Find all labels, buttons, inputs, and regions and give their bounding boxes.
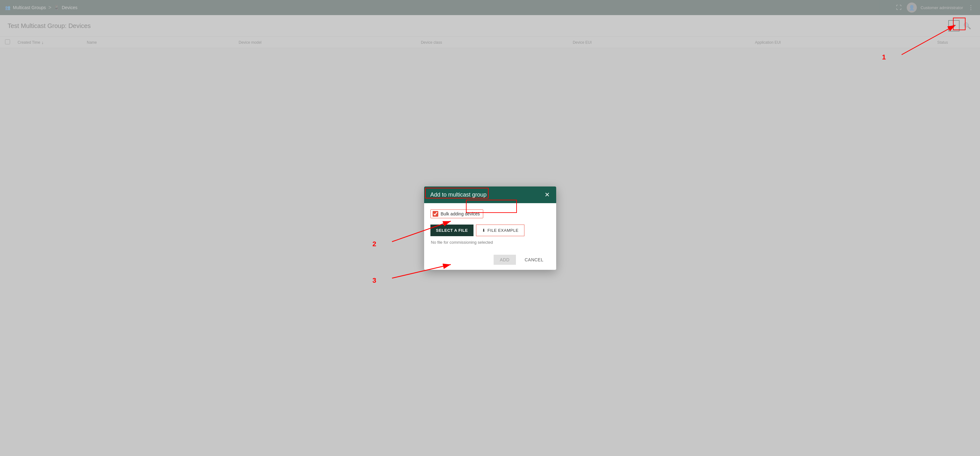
add-multicast-dialog: Add to multicast group ✕ Bulk adding dev…: [424, 187, 556, 270]
bulk-adding-label: Bulk adding devices: [441, 211, 480, 216]
file-status-text: No file for commissioning selected: [430, 240, 550, 245]
bulk-toggle-container: Bulk adding devices: [430, 209, 484, 218]
dialog-close-button[interactable]: ✕: [544, 191, 550, 198]
add-button[interactable]: ADD: [494, 255, 516, 265]
download-icon: ⬇: [482, 228, 486, 233]
dialog-title: Add to multicast group: [430, 191, 487, 198]
modal-overlay: Add to multicast group ✕ Bulk adding dev…: [0, 0, 980, 456]
file-buttons: SELECT A FILE ⬇ FILE EXAMPLE: [430, 225, 550, 236]
bulk-adding-checkbox[interactable]: [433, 211, 438, 217]
select-file-button[interactable]: SELECT A FILE: [430, 225, 474, 236]
cancel-button[interactable]: CANCEL: [519, 255, 550, 265]
file-example-label: FILE EXAMPLE: [488, 228, 519, 233]
dialog-footer: ADD CANCEL: [424, 251, 556, 270]
dialog-header: Add to multicast group ✕: [424, 187, 556, 203]
dialog-body: Bulk adding devices SELECT A FILE ⬇ FILE…: [424, 203, 556, 251]
file-example-button[interactable]: ⬇ FILE EXAMPLE: [476, 225, 524, 236]
